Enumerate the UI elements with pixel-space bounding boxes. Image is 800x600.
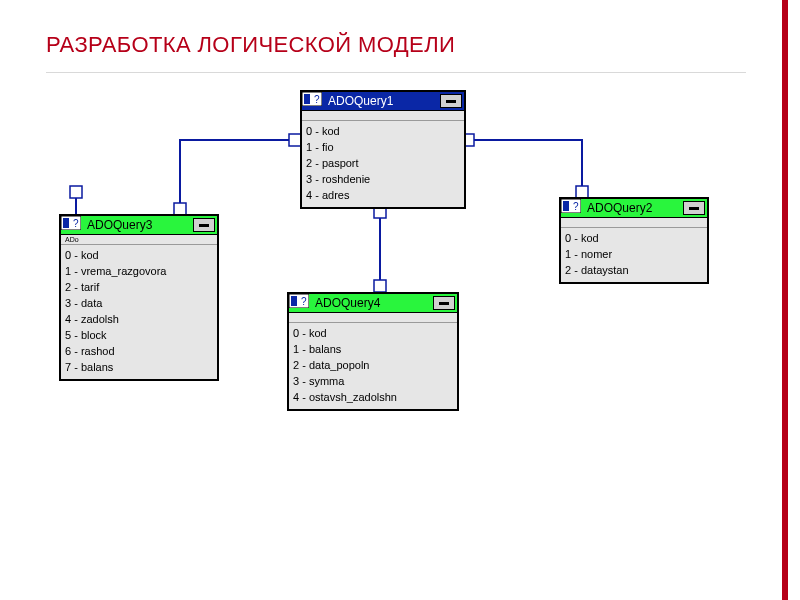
table-sublabel bbox=[561, 218, 707, 228]
table-header[interactable]: ? ADOQuery4 bbox=[289, 294, 457, 313]
field-row[interactable]: 1 - fio bbox=[306, 139, 460, 155]
collapse-button[interactable] bbox=[193, 218, 215, 232]
svg-rect-5 bbox=[374, 280, 386, 292]
field-row[interactable]: 3 - roshdenie bbox=[306, 171, 460, 187]
field-row[interactable]: 0 - kod bbox=[306, 123, 460, 139]
collapse-button[interactable] bbox=[683, 201, 705, 215]
svg-text:?: ? bbox=[573, 201, 579, 212]
table-adoquery2[interactable]: ? ADOQuery2 0 - kod1 - nomer2 - dataysta… bbox=[559, 197, 709, 284]
field-row[interactable]: 5 - block bbox=[65, 327, 213, 343]
table-title: ADOQuery2 bbox=[587, 201, 681, 215]
field-row[interactable]: 4 - ostavsh_zadolshn bbox=[293, 389, 453, 405]
table-title: ADOQuery4 bbox=[315, 296, 431, 310]
field-row[interactable]: 6 - rashod bbox=[65, 343, 213, 359]
table-fields: 0 - kod1 - balans2 - data_popoln3 - symm… bbox=[289, 323, 457, 409]
table-header[interactable]: ? ADOQuery1 bbox=[302, 92, 464, 111]
table-header[interactable]: ? ADOQuery2 bbox=[561, 199, 707, 218]
slide-root: РАЗРАБОТКА ЛОГИЧЕСКОЙ МОДЕЛИ bbox=[0, 0, 800, 600]
table-fields: 0 - kod1 - fio2 - pasport3 - roshdenie4 … bbox=[302, 121, 464, 207]
svg-text:?: ? bbox=[301, 296, 307, 307]
svg-rect-11 bbox=[563, 201, 569, 211]
table-type-icon: ? bbox=[291, 296, 311, 310]
table-adoquery3[interactable]: ? ADOQuery3 ADo 0 - kod1 - vrema_razgovo… bbox=[59, 214, 219, 381]
field-row[interactable]: 4 - adres bbox=[306, 187, 460, 203]
field-row[interactable]: 3 - data bbox=[65, 295, 213, 311]
table-sublabel: ADo bbox=[61, 235, 217, 245]
svg-rect-17 bbox=[291, 296, 297, 306]
field-row[interactable]: 1 - nomer bbox=[565, 246, 703, 262]
table-type-icon: ? bbox=[63, 218, 83, 232]
field-row[interactable]: 1 - vrema_razgovora bbox=[65, 263, 213, 279]
field-row[interactable]: 4 - zadolsh bbox=[65, 311, 213, 327]
table-sublabel bbox=[302, 111, 464, 121]
svg-rect-6 bbox=[70, 186, 82, 198]
table-title: ADOQuery3 bbox=[87, 218, 191, 232]
table-fields: 0 - kod1 - vrema_razgovora2 - tarif3 - d… bbox=[61, 245, 217, 379]
table-type-icon: ? bbox=[563, 201, 583, 215]
field-row[interactable]: 2 - pasport bbox=[306, 155, 460, 171]
table-adoquery4[interactable]: ? ADOQuery4 0 - kod1 - balans2 - data_po… bbox=[287, 292, 459, 411]
field-row[interactable]: 2 - data_popoln bbox=[293, 357, 453, 373]
collapse-button[interactable] bbox=[440, 94, 462, 108]
field-row[interactable]: 1 - balans bbox=[293, 341, 453, 357]
field-row[interactable]: 0 - kod bbox=[293, 325, 453, 341]
table-title: ADOQuery1 bbox=[328, 94, 438, 108]
table-fields: 0 - kod1 - nomer2 - dataystan bbox=[561, 228, 707, 282]
field-row[interactable]: 7 - balans bbox=[65, 359, 213, 375]
table-sublabel bbox=[289, 313, 457, 323]
field-row[interactable]: 0 - kod bbox=[65, 247, 213, 263]
svg-text:?: ? bbox=[73, 218, 79, 229]
collapse-button[interactable] bbox=[433, 296, 455, 310]
field-row[interactable]: 2 - dataystan bbox=[565, 262, 703, 278]
diagram-canvas: ? ADOQuery1 0 - kod1 - fio2 - pasport3 -… bbox=[0, 0, 800, 600]
table-adoquery1[interactable]: ? ADOQuery1 0 - kod1 - fio2 - pasport3 -… bbox=[300, 90, 466, 209]
table-type-icon: ? bbox=[304, 94, 324, 108]
field-row[interactable]: 3 - symma bbox=[293, 373, 453, 389]
svg-rect-14 bbox=[63, 218, 69, 228]
field-row[interactable]: 2 - tarif bbox=[65, 279, 213, 295]
table-header[interactable]: ? ADOQuery3 bbox=[61, 216, 217, 235]
svg-text:?: ? bbox=[314, 94, 320, 105]
field-row[interactable]: 0 - kod bbox=[565, 230, 703, 246]
svg-rect-8 bbox=[304, 94, 310, 104]
